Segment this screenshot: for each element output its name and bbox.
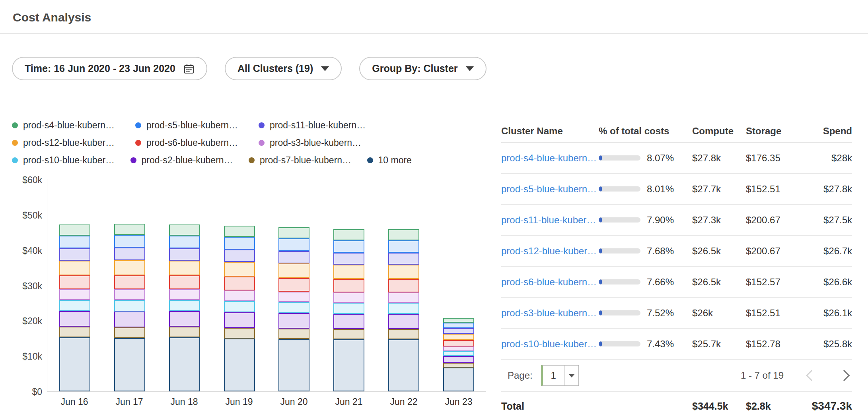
bar-segment[interactable]: [169, 236, 200, 248]
bar-segment[interactable]: [278, 251, 309, 263]
bar-segment[interactable]: [278, 238, 309, 251]
bar-segment[interactable]: [278, 292, 309, 302]
bar-segment[interactable]: [59, 300, 90, 311]
previous-page-icon[interactable]: [806, 370, 817, 381]
bar-segment[interactable]: [333, 339, 364, 391]
bar-segment[interactable]: [224, 290, 255, 301]
bar-segment[interactable]: [169, 248, 200, 261]
group-by-filter[interactable]: Group By: Cluster: [359, 57, 486, 80]
cluster-name-link[interactable]: prod-s6-blue-kubern…: [501, 277, 599, 288]
cluster-name-link[interactable]: prod-s5-blue-kubern…: [501, 184, 599, 195]
bar-segment[interactable]: [169, 311, 200, 327]
bar-segment[interactable]: [333, 314, 364, 329]
bar-segment[interactable]: [114, 248, 145, 260]
legend-item[interactable]: prod-s12-blue-kuber…: [12, 137, 135, 148]
bar-segment[interactable]: [114, 338, 145, 391]
bar-segment[interactable]: [59, 337, 90, 391]
bar-segment[interactable]: [114, 300, 145, 312]
bar-segment[interactable]: [59, 311, 90, 327]
bar-segment[interactable]: [443, 340, 474, 346]
bar-segment[interactable]: [169, 275, 200, 289]
bar-segment[interactable]: [59, 275, 90, 289]
bar-segment[interactable]: [443, 328, 474, 334]
legend-item[interactable]: prod-s7-blue-kubern…: [249, 155, 367, 166]
legend-item[interactable]: prod-s5-blue-kubern…: [135, 120, 259, 131]
bar-segment[interactable]: [388, 329, 419, 339]
bar-segment[interactable]: [114, 289, 145, 300]
bar-segment[interactable]: [114, 275, 145, 289]
bar-segment[interactable]: [443, 368, 474, 391]
bar-segment[interactable]: [278, 329, 309, 339]
time-range-filter[interactable]: Time: 16 Jun 2020 - 23 Jun 2020: [12, 57, 207, 80]
bar-segment[interactable]: [333, 253, 364, 265]
bar-segment[interactable]: [169, 289, 200, 300]
cluster-name-link[interactable]: prod-s11-blue-kuber…: [501, 215, 599, 226]
bar-segment[interactable]: [224, 312, 255, 328]
bar-segment[interactable]: [59, 327, 90, 337]
bar-segment[interactable]: [224, 262, 255, 277]
bar-segment[interactable]: [169, 261, 200, 275]
bar-segment[interactable]: [333, 265, 364, 279]
bar-segment[interactable]: [114, 235, 145, 248]
bar-segment[interactable]: [333, 292, 364, 303]
bar-segment[interactable]: [59, 224, 90, 236]
cluster-name-link[interactable]: prod-s12-blue-kuber…: [501, 246, 599, 257]
bar-segment[interactable]: [114, 312, 145, 327]
legend-item[interactable]: prod-s2-blue-kubern…: [130, 155, 249, 166]
bar-segment[interactable]: [443, 318, 474, 323]
bar-segment[interactable]: [59, 261, 90, 275]
legend-item[interactable]: prod-s3-blue-kubern…: [259, 137, 382, 148]
legend-item[interactable]: prod-s4-blue-kubern…: [12, 120, 135, 131]
bar-segment[interactable]: [169, 224, 200, 236]
bar-segment[interactable]: [388, 240, 419, 253]
page-select[interactable]: 1: [541, 365, 579, 386]
bar-segment[interactable]: [59, 289, 90, 300]
bar-segment[interactable]: [388, 229, 419, 240]
bar-segment[interactable]: [333, 229, 364, 240]
bar-segment[interactable]: [59, 236, 90, 248]
bar-segment[interactable]: [59, 248, 90, 261]
bar-segment[interactable]: [333, 329, 364, 339]
cluster-name-link[interactable]: prod-s3-blue-kubern…: [501, 308, 599, 319]
bar-segment[interactable]: [388, 314, 419, 329]
bar-segment[interactable]: [443, 346, 474, 351]
bar-segment[interactable]: [278, 339, 309, 391]
bar-segment[interactable]: [278, 313, 309, 329]
bar-segment[interactable]: [224, 301, 255, 312]
legend-item[interactable]: prod-s10-blue-kuber…: [12, 155, 130, 166]
bar-segment[interactable]: [169, 300, 200, 311]
bar-segment[interactable]: [278, 278, 309, 292]
clusters-filter[interactable]: All Clusters (19): [225, 57, 342, 80]
bar-segment[interactable]: [333, 303, 364, 314]
bar-segment[interactable]: [114, 224, 145, 235]
bar-segment[interactable]: [388, 339, 419, 391]
bar-segment[interactable]: [443, 323, 474, 328]
bar-segment[interactable]: [224, 339, 255, 391]
bar-segment[interactable]: [114, 260, 145, 275]
bar-segment[interactable]: [333, 240, 364, 253]
bar-segment[interactable]: [333, 279, 364, 292]
bar-segment[interactable]: [224, 328, 255, 339]
bar-segment[interactable]: [278, 263, 309, 278]
bar-segment[interactable]: [278, 227, 309, 238]
bar-segment[interactable]: [443, 363, 474, 368]
bar-segment[interactable]: [169, 327, 200, 337]
legend-item[interactable]: prod-s11-blue-kubern…: [259, 120, 382, 131]
bar-segment[interactable]: [443, 356, 474, 363]
bar-segment[interactable]: [224, 250, 255, 262]
cluster-name-link[interactable]: prod-s10-blue-kuber…: [501, 339, 599, 350]
bar-segment[interactable]: [224, 237, 255, 250]
bar-segment[interactable]: [388, 292, 419, 303]
bar-segment[interactable]: [224, 226, 255, 237]
bar-segment[interactable]: [169, 337, 200, 391]
bar-segment[interactable]: [443, 334, 474, 340]
cluster-name-link[interactable]: prod-s4-blue-kubern…: [501, 153, 599, 164]
bar-segment[interactable]: [388, 265, 419, 279]
legend-item[interactable]: prod-s6-blue-kubern…: [135, 137, 259, 148]
bar-segment[interactable]: [388, 279, 419, 292]
bar-segment[interactable]: [388, 303, 419, 314]
bar-segment[interactable]: [114, 327, 145, 338]
next-page-icon[interactable]: [839, 370, 850, 381]
bar-segment[interactable]: [388, 253, 419, 265]
bar-segment[interactable]: [224, 277, 255, 290]
